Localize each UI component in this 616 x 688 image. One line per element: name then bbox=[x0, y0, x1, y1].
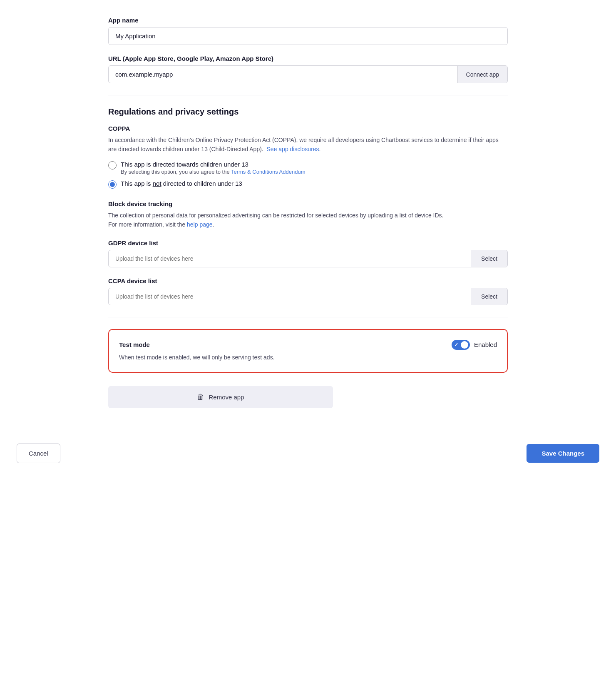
test-mode-description: When test mode is enabled, we will only … bbox=[119, 353, 497, 362]
coppa-directed-label: This app is directed towards children un… bbox=[121, 161, 305, 168]
test-mode-toggle-label: Enabled bbox=[474, 341, 497, 348]
remove-app-label: Remove app bbox=[209, 394, 244, 401]
ccpa-section: CCPA device list Select bbox=[108, 277, 508, 305]
gdpr-input[interactable] bbox=[109, 250, 471, 267]
app-name-label: App name bbox=[108, 17, 508, 24]
ccpa-label: CCPA device list bbox=[108, 277, 508, 284]
url-input-row: Connect app bbox=[108, 65, 508, 83]
help-page-link[interactable]: help page bbox=[187, 221, 213, 228]
url-input[interactable] bbox=[109, 66, 457, 83]
terms-conditions-link[interactable]: Terms & Conditions Addendum bbox=[231, 169, 305, 175]
test-mode-header: Test mode ✓ Enabled bbox=[119, 340, 497, 350]
block-device-tracking-subtitle: Block device tracking bbox=[108, 200, 508, 207]
app-name-input[interactable] bbox=[108, 27, 508, 45]
ccpa-input[interactable] bbox=[109, 288, 471, 305]
coppa-radio-directed[interactable]: This app is directed towards children un… bbox=[108, 161, 508, 175]
url-field-group: URL (Apple App Store, Google Play, Amazo… bbox=[108, 55, 508, 83]
test-mode-box: Test mode ✓ Enabled When test mode is en… bbox=[108, 329, 508, 373]
gdpr-section: GDPR device list Select bbox=[108, 239, 508, 267]
toggle-slider: ✓ bbox=[452, 340, 470, 350]
see-disclosures-link[interactable]: See app disclosures bbox=[267, 146, 319, 152]
ccpa-select-button[interactable]: Select bbox=[471, 288, 507, 305]
coppa-radio-not-directed[interactable]: This app is not directed to children und… bbox=[108, 180, 508, 189]
regulations-section: Regulations and privacy settings COPPA I… bbox=[108, 107, 508, 305]
coppa-radio-directed-input[interactable] bbox=[108, 161, 117, 170]
test-mode-toggle-row: ✓ Enabled bbox=[452, 340, 497, 350]
gdpr-input-row: Select bbox=[108, 250, 508, 267]
coppa-directed-sublabel: By selecting this option, you also agree… bbox=[121, 169, 305, 175]
connect-app-button[interactable]: Connect app bbox=[457, 66, 507, 83]
gdpr-label: GDPR device list bbox=[108, 239, 508, 247]
url-label: URL (Apple App Store, Google Play, Amazo… bbox=[108, 55, 508, 62]
remove-app-button[interactable]: 🗑 Remove app bbox=[108, 386, 333, 408]
divider-2 bbox=[108, 317, 508, 317]
remove-app-section: 🗑 Remove app bbox=[108, 386, 508, 418]
divider-1 bbox=[108, 95, 508, 95]
block-device-tracking-description: The collection of personal data for pers… bbox=[108, 211, 508, 229]
coppa-radio-group: This app is directed towards children un… bbox=[108, 161, 508, 189]
toggle-checkmark-icon: ✓ bbox=[454, 342, 458, 348]
footer-bar: Cancel Save Changes bbox=[0, 435, 616, 471]
test-mode-title: Test mode bbox=[119, 341, 150, 348]
coppa-radio-directed-content: This app is directed towards children un… bbox=[121, 161, 305, 175]
coppa-radio-not-directed-content: This app is not directed to children und… bbox=[121, 180, 242, 187]
save-changes-button[interactable]: Save Changes bbox=[527, 444, 599, 463]
ccpa-input-row: Select bbox=[108, 288, 508, 305]
cancel-button[interactable]: Cancel bbox=[17, 444, 60, 463]
coppa-section: COPPA In accordance with the Children's … bbox=[108, 125, 508, 189]
coppa-description: In accordance with the Children's Online… bbox=[108, 135, 508, 154]
regulations-title: Regulations and privacy settings bbox=[108, 107, 508, 117]
coppa-subtitle: COPPA bbox=[108, 125, 508, 132]
gdpr-select-button[interactable]: Select bbox=[471, 250, 507, 267]
coppa-not-directed-label: This app is not directed to children und… bbox=[121, 180, 242, 187]
trash-icon: 🗑 bbox=[197, 393, 204, 401]
app-name-group: App name bbox=[108, 17, 508, 45]
test-mode-toggle[interactable]: ✓ bbox=[452, 340, 470, 350]
block-device-tracking-section: Block device tracking The collection of … bbox=[108, 200, 508, 229]
coppa-radio-not-directed-input[interactable] bbox=[108, 180, 117, 189]
